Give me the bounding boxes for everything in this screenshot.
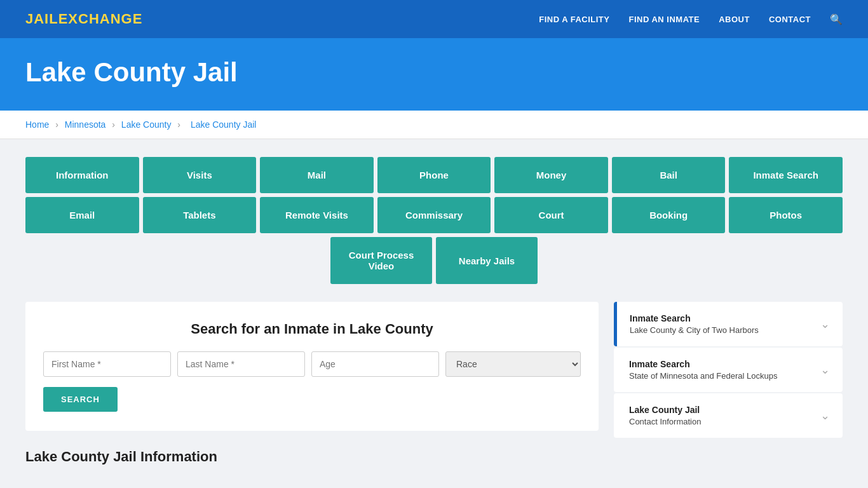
btn-mail[interactable]: Mail xyxy=(260,157,374,193)
left-panel: Search for an Inmate in Lake County Race… xyxy=(25,302,599,469)
nav-find-inmate[interactable]: FIND AN INMATE xyxy=(628,15,700,24)
btn-inmate-search[interactable]: Inmate Search xyxy=(729,157,843,193)
sidebar-card-inmate-search-state[interactable]: Inmate Search State of Minnesota and Fed… xyxy=(614,348,843,392)
last-name-input[interactable] xyxy=(177,351,305,377)
search-button[interactable]: SEARCH xyxy=(43,387,118,412)
btn-phone[interactable]: Phone xyxy=(377,157,491,193)
breadcrumb-sep-3: › xyxy=(177,119,180,130)
chevron-down-icon-1: ⌄ xyxy=(820,363,830,377)
breadcrumb-minnesota[interactable]: Minnesota xyxy=(65,119,106,130)
sidebar-card-text-1: Inmate Search State of Minnesota and Fed… xyxy=(629,359,777,381)
main-nav: FIND A FACILITY FIND AN INMATE ABOUT CON… xyxy=(539,13,843,25)
btn-remote-visits[interactable]: Remote Visits xyxy=(260,197,374,233)
header: JAILEXCHANGE FIND A FACILITY FIND AN INM… xyxy=(0,0,868,38)
btn-money[interactable]: Money xyxy=(494,157,608,193)
sidebar-card-title-2: Lake County Jail xyxy=(629,405,701,415)
sidebar-card-title-1: Inmate Search xyxy=(629,359,777,369)
btn-photos[interactable]: Photos xyxy=(729,197,843,233)
logo: JAILEXCHANGE xyxy=(25,11,142,27)
main-content: Information Visits Mail Phone Money Bail… xyxy=(0,139,868,487)
nav-find-facility[interactable]: FIND A FACILITY xyxy=(539,15,609,24)
race-select[interactable]: Race White Black Hispanic Asian Other xyxy=(445,351,581,377)
sidebar-card-inmate-search-local[interactable]: Inmate Search Lake County & City of Two … xyxy=(614,302,843,346)
btn-tablets[interactable]: Tablets xyxy=(143,197,257,233)
btn-court-process-video[interactable]: Court Process Video xyxy=(330,237,432,284)
breadcrumb-sep-1: › xyxy=(55,119,58,130)
sidebar-card-text-0: Inmate Search Lake County & City of Two … xyxy=(630,313,759,335)
breadcrumb-lake-county[interactable]: Lake County xyxy=(121,119,172,130)
chevron-down-icon-2: ⌄ xyxy=(820,409,830,423)
sidebar-card-text-2: Lake County Jail Contact Information xyxy=(629,405,701,426)
breadcrumb-current: Lake County Jail xyxy=(191,119,257,130)
btn-bail[interactable]: Bail xyxy=(612,157,726,193)
sidebar-card-sub-0: Lake County & City of Two Harbors xyxy=(630,325,759,335)
sidebar-card-title-0: Inmate Search xyxy=(630,313,759,323)
search-fields: Race White Black Hispanic Asian Other xyxy=(43,351,581,377)
sidebar-card-sub-2: Contact Information xyxy=(629,417,701,426)
btn-information[interactable]: Information xyxy=(25,157,139,193)
breadcrumb-home[interactable]: Home xyxy=(25,119,49,130)
btn-visits[interactable]: Visits xyxy=(143,157,257,193)
chevron-down-icon-0: ⌄ xyxy=(820,317,830,331)
sidebar: Inmate Search Lake County & City of Two … xyxy=(614,302,843,469)
hero-section: Lake County Jail xyxy=(0,38,868,111)
first-name-input[interactable] xyxy=(43,351,171,377)
logo-jail: JAIL xyxy=(25,11,58,27)
sidebar-card-sub-1: State of Minnesota and Federal Lockups xyxy=(629,371,777,381)
button-grid-row1: Information Visits Mail Phone Money Bail… xyxy=(25,157,843,193)
btn-court[interactable]: Court xyxy=(494,197,608,233)
age-input[interactable] xyxy=(311,351,439,377)
breadcrumb-sep-2: › xyxy=(112,119,115,130)
logo-exchange: EXCHANGE xyxy=(58,11,143,27)
btn-nearby-jails[interactable]: Nearby Jails xyxy=(436,237,538,284)
sidebar-card-contact-info[interactable]: Lake County Jail Contact Information ⌄ xyxy=(614,393,843,438)
btn-booking[interactable]: Booking xyxy=(612,197,726,233)
info-section-title: Lake County Jail Information xyxy=(25,449,599,469)
search-icon[interactable]: 🔍 xyxy=(830,13,843,25)
nav-about[interactable]: ABOUT xyxy=(719,15,750,24)
nav-contact[interactable]: CONTACT xyxy=(769,15,811,24)
inmate-search-box: Search for an Inmate in Lake County Race… xyxy=(25,302,599,431)
button-grid-row3: Court Process Video Nearby Jails xyxy=(25,237,843,284)
content-area: Search for an Inmate in Lake County Race… xyxy=(25,302,843,469)
button-grid-row2: Email Tablets Remote Visits Commissary C… xyxy=(25,197,843,233)
search-title: Search for an Inmate in Lake County xyxy=(43,321,581,337)
btn-commissary[interactable]: Commissary xyxy=(377,197,491,233)
page-title: Lake County Jail xyxy=(25,57,843,88)
breadcrumb: Home › Minnesota › Lake County › Lake Co… xyxy=(0,111,868,139)
btn-email[interactable]: Email xyxy=(25,197,139,233)
